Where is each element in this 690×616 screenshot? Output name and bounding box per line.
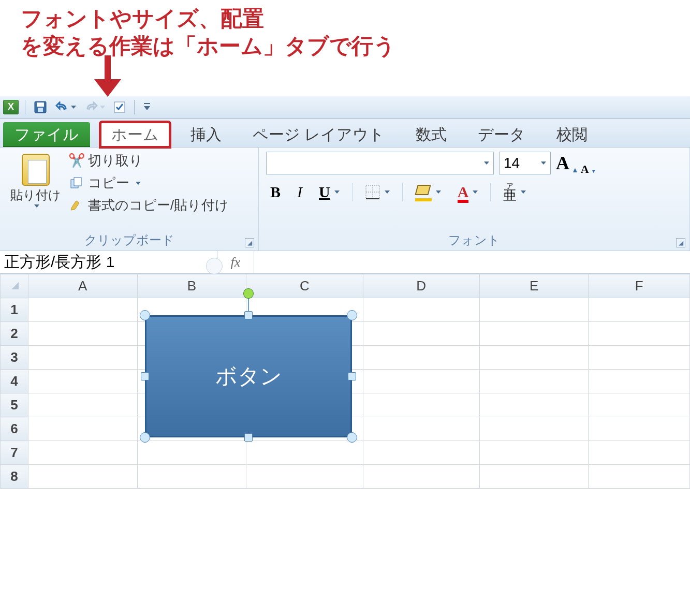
save-button[interactable]	[32, 99, 49, 115]
resize-handle[interactable]	[140, 310, 150, 320]
rotation-handle[interactable]	[243, 288, 254, 299]
border-icon	[365, 184, 380, 200]
font-size-combo[interactable]: 14	[499, 152, 551, 174]
cut-button[interactable]: ✂️ 切り取り	[69, 152, 229, 170]
format-painter-label: 書式のコピー/貼り付け	[88, 196, 229, 214]
separator	[490, 183, 491, 201]
customize-qat-button[interactable]	[141, 99, 153, 115]
separator	[352, 183, 353, 201]
resize-handle[interactable]	[141, 372, 149, 380]
scissors-icon: ✂️	[69, 154, 84, 168]
col-header[interactable]: C	[246, 274, 363, 298]
dropdown-icon	[473, 190, 478, 194]
undo-button[interactable]	[53, 99, 78, 115]
annotation-line2: を変える作業は「ホーム」タブで行う	[21, 33, 669, 60]
tab-review[interactable]: 校閲	[546, 122, 598, 147]
resize-handle[interactable]	[347, 310, 357, 320]
quick-access-toolbar: X	[0, 96, 690, 119]
annotation-line1: フォントやサイズ、配置	[21, 5, 669, 33]
resize-handle[interactable]	[347, 432, 357, 443]
resize-handle[interactable]	[244, 433, 253, 442]
annotation-callout: フォントやサイズ、配置 を変える作業は「ホーム」タブで行う	[0, 0, 690, 60]
row-header[interactable]: 4	[1, 370, 28, 393]
separator	[25, 100, 25, 114]
fill-icon	[415, 185, 432, 199]
format-painter-button[interactable]: 書式のコピー/貼り付け	[69, 196, 229, 214]
row-header[interactable]: 7	[1, 441, 28, 465]
font-name-combo[interactable]	[266, 152, 494, 174]
save-icon	[34, 100, 47, 114]
dropdown-icon	[100, 106, 105, 109]
col-header[interactable]: D	[363, 274, 479, 298]
copy-icon	[69, 176, 84, 190]
app-icon[interactable]: X	[3, 100, 19, 114]
bold-button[interactable]: B	[266, 182, 285, 202]
tab-page-layout[interactable]: ページ レイアウト	[242, 122, 395, 147]
phonetic-guide-button[interactable]: ア 亜	[499, 182, 530, 202]
redo-button[interactable]	[82, 99, 107, 115]
dropdown-icon	[385, 190, 390, 194]
resize-handle[interactable]	[348, 372, 356, 380]
underline-button[interactable]: U	[315, 182, 344, 202]
separator	[402, 183, 403, 201]
cut-label: 切り取り	[88, 152, 143, 170]
col-header[interactable]: B	[137, 274, 246, 298]
copy-button[interactable]: コピー	[69, 174, 229, 192]
col-header[interactable]: E	[479, 274, 589, 298]
resize-handle[interactable]	[244, 311, 253, 319]
copy-label: コピー	[88, 174, 129, 192]
formula-bar: 正方形/長方形 1 fx	[0, 251, 690, 274]
select-all-corner[interactable]	[1, 274, 28, 298]
separator	[134, 100, 135, 114]
row-header[interactable]: 1	[1, 298, 28, 322]
col-header[interactable]: F	[589, 274, 690, 298]
row-header[interactable]: 5	[1, 393, 28, 417]
group-font: 14 A▲ A▼ B I U	[259, 148, 690, 251]
group-clipboard-label: クリップボード ◢	[7, 230, 251, 248]
name-box[interactable]: 正方形/長方形 1	[0, 251, 217, 273]
paste-icon	[22, 154, 50, 186]
svg-rect-6	[74, 178, 81, 186]
shape-rectangle[interactable]: ボタン	[145, 315, 352, 437]
worksheet[interactable]: A B C D E F 1 2 3 4 5 6 7 8 ボタン	[0, 274, 690, 489]
row-header[interactable]: 2	[1, 322, 28, 346]
dropdown-icon	[484, 162, 489, 165]
dropdown-icon	[34, 204, 39, 208]
resize-handle[interactable]	[140, 432, 150, 443]
shape-body[interactable]: ボタン	[145, 315, 352, 437]
fx-button[interactable]: fx	[217, 255, 254, 270]
paste-button[interactable]: 貼り付け	[7, 152, 64, 214]
grow-font-button[interactable]: A	[556, 152, 569, 174]
tab-formulas[interactable]: 数式	[405, 122, 457, 147]
dropdown-icon	[334, 190, 340, 194]
borders-button[interactable]	[361, 183, 394, 201]
row-header[interactable]: 6	[1, 417, 28, 441]
col-header[interactable]: A	[28, 274, 138, 298]
font-size-value: 14	[504, 155, 520, 171]
group-clipboard: 貼り付け ✂️ 切り取り コピー	[0, 148, 259, 251]
name-box-value: 正方形/長方形 1	[4, 252, 114, 273]
checkbox-icon	[113, 101, 126, 113]
tab-home[interactable]: ホーム	[100, 122, 170, 147]
tab-insert[interactable]: 挿入	[180, 122, 232, 147]
tab-data[interactable]: データ	[467, 122, 536, 147]
row-header[interactable]: 3	[1, 346, 28, 370]
fill-color-button[interactable]	[411, 184, 445, 200]
ruby-icon: ア 亜	[503, 183, 517, 201]
qat-checkbox-button[interactable]	[111, 99, 128, 115]
dropdown-icon	[521, 190, 526, 194]
shrink-font-button[interactable]: A	[581, 163, 589, 176]
dropdown-icon	[436, 190, 441, 194]
italic-button[interactable]: I	[293, 182, 306, 202]
group-font-label: フォント ◢	[266, 230, 682, 248]
row-header[interactable]: 8	[1, 465, 28, 489]
formula-input[interactable]	[254, 251, 690, 273]
dropdown-icon	[71, 106, 76, 109]
dialog-launcher-icon[interactable]: ◢	[245, 238, 254, 247]
customize-icon	[143, 102, 151, 112]
font-color-button[interactable]: A	[453, 182, 482, 202]
redo-icon	[84, 101, 98, 113]
dialog-launcher-icon[interactable]: ◢	[676, 238, 685, 247]
font-color-icon: A	[458, 183, 469, 201]
tab-file[interactable]: ファイル	[3, 122, 90, 147]
